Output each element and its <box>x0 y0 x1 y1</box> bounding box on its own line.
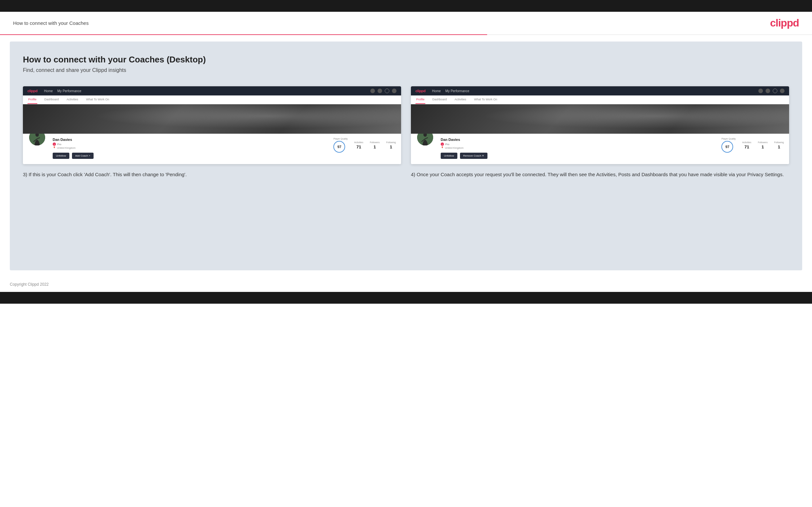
header-title: How to connect with your Coaches <box>13 20 89 26</box>
right-hero-image <box>411 104 789 134</box>
left-avatar-icon[interactable] <box>392 89 397 93</box>
left-stat-following: Following 1 <box>386 141 396 150</box>
right-stat-activities: Activities 71 <box>742 141 752 150</box>
left-screenshot-col: clippd Home My Performance Profile <box>23 86 401 178</box>
left-stat-act-value: 71 <box>354 145 363 150</box>
right-search-icon[interactable] <box>758 89 763 93</box>
left-tab-dashboard[interactable]: Dashboard <box>44 96 59 104</box>
header-divider <box>0 34 812 35</box>
right-nav-links: Home My Performance <box>432 89 752 93</box>
right-user-icon[interactable] <box>766 89 770 93</box>
footer: Copyright Clippd 2022 <box>0 277 812 292</box>
left-user-info: Dan Davies ✓ Pro 📍 United Kingdom Unfoll… <box>53 137 327 159</box>
logo: clippd <box>770 17 799 29</box>
left-nav-logo: clippd <box>28 89 38 93</box>
right-stat-player-quality: Player Quality 97 <box>721 137 736 153</box>
right-stat-pq-label: Player Quality <box>721 137 736 140</box>
left-stats: Player Quality 97 Activities 71 Follower… <box>334 137 396 153</box>
right-avatar-icon[interactable] <box>780 89 784 93</box>
right-stat-act-label: Activities <box>742 141 752 144</box>
right-hero-overlay <box>411 104 789 134</box>
right-remove-coach-button[interactable]: Remove Coach ✕ <box>460 153 488 159</box>
left-badge-icon: ✓ <box>53 143 56 146</box>
left-nav-icons <box>370 89 397 93</box>
left-stat-fol-label: Followers <box>370 141 379 144</box>
left-mock-browser: clippd Home My Performance Profile <box>23 86 401 164</box>
header: How to connect with your Coaches clippd <box>0 12 812 34</box>
left-settings-icon[interactable] <box>385 89 389 93</box>
left-stat-act-label: Activities <box>354 141 363 144</box>
right-nav-logo: clippd <box>415 89 426 93</box>
right-user-name: Dan Davies <box>441 137 715 142</box>
left-user-location: 📍 United Kingdom <box>53 147 327 150</box>
right-stat-ing-value: 1 <box>774 145 784 150</box>
left-description: 3) If this is your Coach click 'Add Coac… <box>23 171 401 178</box>
right-description: 4) Once your Coach accepts your request … <box>411 171 789 178</box>
right-stat-ing-label: Following <box>774 141 784 144</box>
left-hero-image <box>23 104 401 134</box>
left-nav-link-performance[interactable]: My Performance <box>57 89 81 93</box>
left-mock-tabs: Profile Dashboard Activities What To Wor… <box>23 96 401 104</box>
right-stat-following: Following 1 <box>774 141 784 150</box>
left-tab-activities[interactable]: Activities <box>66 96 79 104</box>
right-screenshot-col: clippd Home My Performance Profile <box>411 86 789 178</box>
right-nav-link-home[interactable]: Home <box>432 89 441 93</box>
left-location-text: United Kingdom <box>57 147 75 150</box>
left-user-icon[interactable] <box>377 89 382 93</box>
right-tab-what-to-work-on[interactable]: What To Work On <box>473 96 498 104</box>
right-settings-icon[interactable] <box>773 89 777 93</box>
right-stat-act-value: 71 <box>742 145 752 150</box>
right-profile-section: Dan Davies ✓ Pro 📍 United Kingdom Unfoll… <box>411 134 789 164</box>
right-tab-activities[interactable]: Activities <box>454 96 467 104</box>
left-stat-fol-value: 1 <box>370 145 379 150</box>
main-content: How to connect with your Coaches (Deskto… <box>10 42 802 270</box>
left-unfollow-button[interactable]: Unfollow <box>53 153 69 159</box>
right-mock-tabs: Profile Dashboard Activities What To Wor… <box>411 96 789 104</box>
right-location-icon: 📍 <box>441 147 444 150</box>
right-stats: Player Quality 97 Activities 71 Follower… <box>721 137 784 153</box>
copyright-text: Copyright Clippd 2022 <box>10 282 49 287</box>
left-stat-activities: Activities 71 <box>354 141 363 150</box>
left-stat-player-quality: Player Quality 97 <box>334 137 348 153</box>
left-stat-ing-value: 1 <box>386 145 396 150</box>
left-location-icon: 📍 <box>53 147 56 150</box>
left-search-icon[interactable] <box>370 89 375 93</box>
right-nav-link-performance[interactable]: My Performance <box>445 89 469 93</box>
right-quality-circle: 97 <box>721 141 733 153</box>
left-tab-what-to-work-on[interactable]: What To Work On <box>85 96 110 104</box>
right-unfollow-button[interactable]: Unfollow <box>441 153 457 159</box>
left-hero-overlay <box>23 104 401 134</box>
right-stat-fol-value: 1 <box>758 145 767 150</box>
right-mock-browser: clippd Home My Performance Profile <box>411 86 789 164</box>
left-nav-link-home[interactable]: Home <box>44 89 53 93</box>
section-subtitle: Find, connect and share your Clippd insi… <box>23 67 789 73</box>
right-user-badge: ✓ Pro <box>441 143 715 146</box>
left-stat-pq-label: Player Quality <box>334 137 348 140</box>
left-mock-nav: clippd Home My Performance <box>23 86 401 96</box>
right-tab-profile[interactable]: Profile <box>415 96 425 104</box>
right-badge-label: Pro <box>445 143 449 146</box>
left-stat-ing-label: Following <box>386 141 396 144</box>
left-stat-followers: Followers 1 <box>370 141 379 150</box>
left-quality-circle: 97 <box>334 141 345 153</box>
right-mock-buttons: Unfollow Remove Coach ✕ <box>441 153 715 159</box>
left-tab-profile[interactable]: Profile <box>28 96 37 104</box>
right-nav-icons <box>758 89 784 93</box>
left-mock-buttons: Unfollow Add Coach + <box>53 153 327 159</box>
left-badge-label: Pro <box>57 143 61 146</box>
left-nav-links: Home My Performance <box>44 89 364 93</box>
right-stat-fol-label: Followers <box>758 141 767 144</box>
section-title: How to connect with your Coaches (Deskto… <box>23 55 789 65</box>
left-user-name: Dan Davies <box>53 137 327 142</box>
right-tab-dashboard[interactable]: Dashboard <box>432 96 448 104</box>
top-bar <box>0 0 812 12</box>
left-profile-section: Dan Davies ✓ Pro 📍 United Kingdom Unfoll… <box>23 134 401 164</box>
right-user-location: 📍 United Kingdom <box>441 147 715 150</box>
right-stat-followers: Followers 1 <box>758 141 767 150</box>
left-add-coach-button[interactable]: Add Coach + <box>72 153 94 159</box>
right-user-info: Dan Davies ✓ Pro 📍 United Kingdom Unfoll… <box>441 137 715 159</box>
right-location-text: United Kingdom <box>445 147 464 150</box>
right-badge-icon: ✓ <box>441 143 444 146</box>
right-mock-nav: clippd Home My Performance <box>411 86 789 96</box>
left-user-badge: ✓ Pro <box>53 143 327 146</box>
